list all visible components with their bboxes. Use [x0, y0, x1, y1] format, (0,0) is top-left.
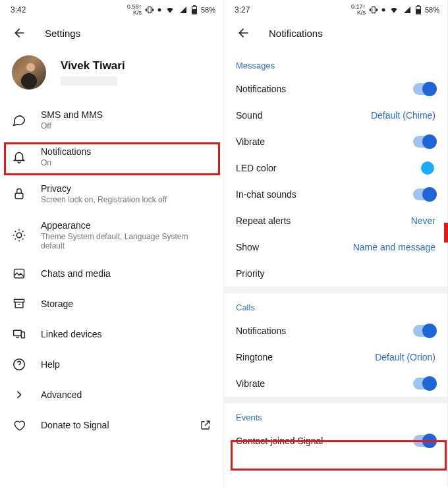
section-header-calls: Calls: [224, 293, 447, 318]
svg-rect-12: [372, 7, 376, 13]
status-battery-percent: 58%: [425, 6, 439, 14]
svg-rect-10: [21, 332, 24, 338]
row-sublabel: Off: [41, 121, 211, 130]
pref-calls-notifications[interactable]: Notifications: [224, 318, 447, 344]
row-label: Show: [236, 242, 339, 252]
toggle-switch[interactable]: [413, 435, 435, 447]
row-label: LED color: [236, 163, 406, 173]
settings-row-privacy[interactable]: Privacy Screen lock on, Registration loc…: [0, 175, 223, 212]
bell-icon: [12, 150, 26, 164]
help-icon: [12, 357, 26, 372]
toggle-switch[interactable]: [413, 83, 435, 95]
status-data-rate: 0.58↑K/s: [127, 4, 142, 16]
settings-row-help[interactable]: Help: [0, 349, 223, 380]
row-value: Default (Orion): [375, 352, 435, 362]
svg-point-13: [381, 9, 385, 12]
row-label: Notifications: [236, 84, 399, 94]
row-sublabel: Screen lock on, Registration lock off: [41, 195, 211, 204]
row-value: Default (Chime): [371, 110, 435, 121]
status-icons: 0.17↑K/s 58%: [351, 4, 439, 16]
external-link-icon: [200, 419, 211, 431]
pref-calls-ringtone[interactable]: Ringtone Default (Orion): [224, 344, 447, 370]
section-header-events: Events: [224, 403, 447, 428]
pref-msg-notifications[interactable]: Notifications: [224, 76, 447, 102]
profile-row[interactable]: Vivek Tiwari: [0, 51, 223, 101]
svg-rect-8: [14, 299, 24, 302]
row-label: Contact joined Signal: [236, 436, 399, 446]
settings-row-donate[interactable]: Donate to Signal: [0, 410, 223, 440]
battery-icon: [415, 5, 422, 14]
screenshot-notifications: 3:27 0.17↑K/s 58% Notifications Messages…: [224, 0, 448, 487]
image-icon: [12, 266, 26, 281]
app-bar: Settings: [0, 17, 223, 51]
svg-rect-7: [14, 269, 24, 277]
heart-icon: [12, 418, 26, 432]
pref-calls-vibrate[interactable]: Vibrate: [224, 370, 447, 397]
pref-msg-vibrate[interactable]: Vibrate: [224, 129, 447, 155]
pref-msg-led[interactable]: LED color: [224, 155, 447, 181]
row-sublabel: Theme System default, Language System de…: [41, 232, 211, 250]
section-divider: [224, 397, 447, 403]
status-time: 3:42: [11, 5, 26, 14]
row-label: Vibrate: [236, 136, 399, 147]
row-label: Privacy: [41, 183, 211, 194]
row-sublabel: On: [41, 158, 211, 167]
app-bar: Notifications: [224, 17, 447, 51]
pref-msg-show[interactable]: Show Name and message: [224, 234, 447, 260]
row-label: Help: [41, 359, 211, 370]
toggle-switch[interactable]: [413, 325, 435, 337]
row-label: Ringtone: [236, 352, 360, 362]
pref-events-contact-joined[interactable]: Contact joined Signal: [224, 428, 447, 454]
battery-icon: [191, 5, 198, 14]
row-label: Storage: [41, 299, 211, 309]
svg-point-6: [16, 233, 21, 237]
settings-row-sms[interactable]: SMS and MMS Off: [0, 101, 223, 138]
toggle-switch[interactable]: [413, 378, 435, 389]
settings-row-advanced[interactable]: Advanced: [0, 380, 223, 410]
status-bar: 3:27 0.17↑K/s 58%: [224, 0, 447, 17]
pref-msg-priority[interactable]: Priority: [224, 260, 447, 287]
toggle-switch[interactable]: [413, 188, 435, 200]
row-label: Linked devices: [41, 329, 211, 339]
vibrate-icon: [145, 5, 154, 14]
avatar: [12, 55, 46, 90]
sun-icon: [12, 228, 26, 243]
settings-row-storage[interactable]: Storage: [0, 289, 223, 319]
pref-msg-sound[interactable]: Sound Default (Chime): [224, 102, 447, 129]
section-divider: [224, 287, 447, 293]
row-label: Donate to Signal: [41, 420, 185, 430]
wifi-icon: [165, 5, 175, 14]
svg-rect-0: [148, 7, 152, 13]
pref-msg-inchat[interactable]: In-chat sounds: [224, 181, 447, 208]
row-label: Notifications: [236, 326, 399, 336]
devices-icon: [12, 327, 26, 341]
row-label: Notifications: [41, 146, 211, 157]
profile-phone-redacted: [61, 76, 117, 86]
row-label: Advanced: [41, 389, 211, 400]
toggle-switch[interactable]: [413, 136, 435, 148]
svg-rect-4: [193, 9, 196, 13]
status-time: 3:27: [235, 5, 250, 14]
settings-row-notifications[interactable]: Notifications On: [0, 138, 223, 175]
row-label: Sound: [236, 110, 356, 121]
svg-rect-9: [14, 330, 22, 335]
dot-icon: [157, 8, 161, 12]
led-color-indicator: [421, 161, 434, 175]
status-data-rate: 0.17↑K/s: [351, 4, 366, 16]
profile-name: Vivek Tiwari: [61, 59, 125, 72]
settings-row-appearance[interactable]: Appearance Theme System default, Languag…: [0, 212, 223, 258]
svg-rect-15: [418, 5, 420, 6]
svg-rect-16: [417, 9, 420, 13]
chat-bubble-icon: [12, 113, 26, 127]
archive-icon: [12, 297, 26, 311]
row-label: Priority: [236, 268, 435, 279]
row-label: SMS and MMS: [41, 109, 211, 120]
pref-msg-repeat[interactable]: Repeat alerts Never: [224, 208, 447, 234]
row-label: Appearance: [41, 220, 211, 231]
back-icon[interactable]: [237, 26, 250, 40]
settings-row-linked[interactable]: Linked devices: [0, 319, 223, 349]
back-icon[interactable]: [13, 26, 26, 40]
page-title: Notifications: [269, 28, 323, 39]
vibrate-icon: [369, 5, 378, 14]
settings-row-chats[interactable]: Chats and media: [0, 258, 223, 289]
